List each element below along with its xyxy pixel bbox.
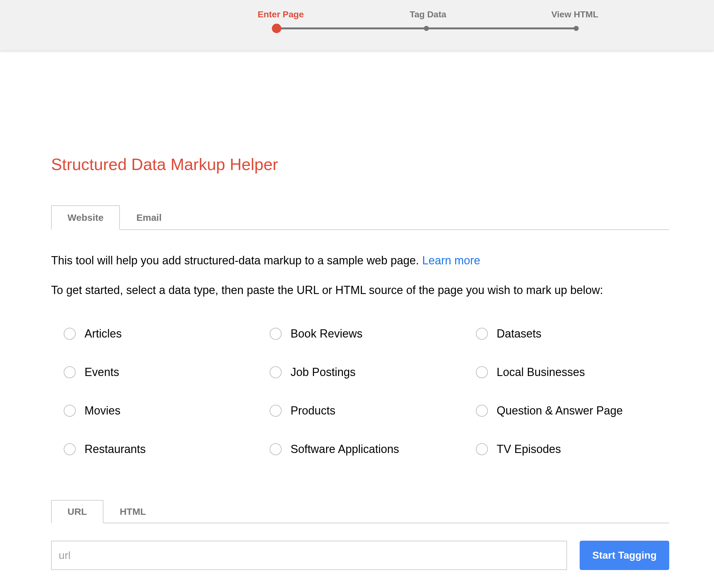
radio-restaurants[interactable]: Restaurants [64,443,257,456]
radio-circle-icon [64,328,76,340]
radio-label: Articles [85,327,122,340]
instructions-text: To get started, select a data type, then… [51,282,669,299]
radio-qa-page[interactable]: Question & Answer Page [476,404,669,417]
radio-software-applications[interactable]: Software Applications [269,443,463,456]
data-type-grid: Articles Book Reviews Datasets Events Jo… [51,327,669,456]
page-title: Structured Data Markup Helper [51,155,669,174]
stepper-track [277,25,576,31]
radio-circle-icon [64,366,76,378]
radio-label: Restaurants [85,443,146,456]
stepper-dot-3 [574,26,579,31]
stepper-dot-2 [424,26,429,31]
radio-book-reviews[interactable]: Book Reviews [269,327,463,340]
radio-datasets[interactable]: Datasets [476,327,669,340]
radio-circle-icon [269,443,282,455]
radio-label: Datasets [497,327,541,340]
radio-label: Question & Answer Page [497,404,623,417]
radio-circle-icon [476,328,488,340]
radio-movies[interactable]: Movies [64,404,257,417]
radio-label: TV Episodes [497,443,561,456]
source-tabs: Website Email [51,205,669,230]
tab-website[interactable]: Website [51,205,120,230]
radio-circle-icon [269,366,282,378]
stepper-step-view-html[interactable]: View HTML [535,9,598,20]
input-row: Start Tagging [51,541,669,570]
tab-email[interactable]: Email [120,205,178,230]
tab-url[interactable]: URL [51,500,104,523]
radio-label: Movies [85,404,121,417]
radio-circle-icon [476,405,488,417]
radio-circle-icon [269,328,282,340]
radio-circle-icon [476,443,488,455]
radio-circle-icon [64,443,76,455]
main-content: Structured Data Markup Helper Website Em… [26,51,688,588]
radio-label: Events [85,365,119,379]
input-tabs: URL HTML [51,500,669,523]
radio-tv-episodes[interactable]: TV Episodes [476,443,669,456]
description-body: This tool will help you add structured-d… [51,254,422,267]
stepper-dot-1 [272,24,281,33]
stepper-step-tag-data[interactable]: Tag Data [396,9,459,20]
description-text: This tool will help you add structured-d… [51,252,669,269]
radio-label: Local Businesses [497,365,585,379]
learn-more-link[interactable]: Learn more [422,254,480,267]
radio-events[interactable]: Events [64,365,257,379]
stepper-header: Enter Page Tag Data View HTML [0,0,714,51]
radio-circle-icon [269,405,282,417]
tab-html[interactable]: HTML [104,500,163,523]
radio-products[interactable]: Products [269,404,463,417]
radio-job-postings[interactable]: Job Postings [269,365,463,379]
radio-label: Products [290,404,335,417]
radio-local-businesses[interactable]: Local Businesses [476,365,669,379]
radio-circle-icon [64,405,76,417]
url-input[interactable] [51,541,567,570]
stepper-step-enter-page[interactable]: Enter Page [258,9,321,20]
radio-label: Book Reviews [290,327,362,340]
radio-articles[interactable]: Articles [64,327,257,340]
radio-label: Job Postings [290,365,355,379]
radio-circle-icon [476,366,488,378]
radio-label: Software Applications [290,443,399,456]
start-tagging-button[interactable]: Start Tagging [580,541,669,570]
